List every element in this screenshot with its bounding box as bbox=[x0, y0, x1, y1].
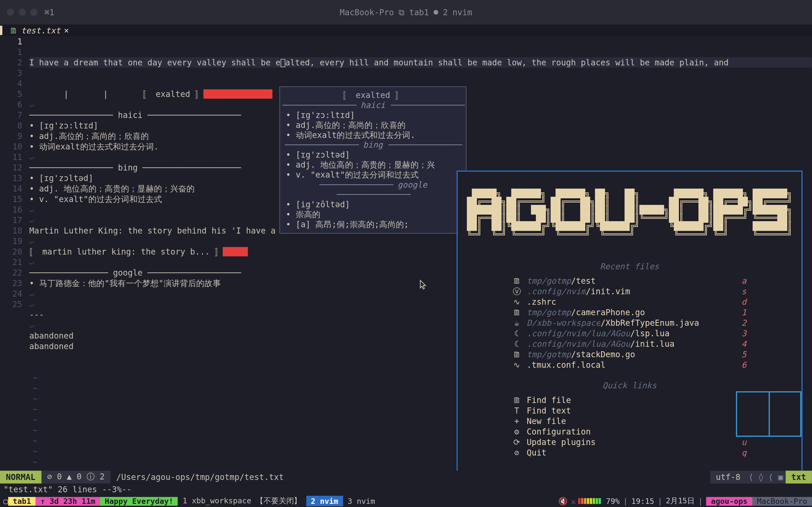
tmux-window[interactable]: 1 xbb_workspace 【不要关闭】 bbox=[178, 496, 306, 506]
action-icon: ⟳ bbox=[513, 437, 521, 447]
tmux-hostname: MacBook-Pro bbox=[752, 497, 812, 505]
file-type-icon: ☾ bbox=[513, 339, 521, 349]
recent-file-item[interactable]: 🗎tmp/gotmp/testa bbox=[513, 276, 747, 286]
file-type-icon: 🗎 bbox=[513, 276, 521, 286]
shortcut-key: 6 bbox=[742, 360, 747, 370]
tmux-user: agou-ops bbox=[706, 497, 752, 505]
recent-files-list: 🗎tmp/gotmp/testaⓥ.config/nvim/init.vims∿… bbox=[513, 276, 747, 370]
tab-label: test.txt bbox=[21, 26, 60, 35]
command-line[interactable]: "test.txt" 26 lines --3%-- bbox=[0, 484, 812, 495]
tmux-prefix-icon: ▢ bbox=[0, 497, 8, 505]
quick-link-item[interactable]: ⟳Update pluginsu bbox=[513, 437, 747, 447]
crossed-swords-icon: ⚔ bbox=[571, 497, 575, 505]
macos-titlebar: ⌘1 MacBook-Pro ⧉ tab1 2 nvim bbox=[0, 0, 812, 24]
popup-entry: • 动词exalt的过去式和过去分词. bbox=[280, 130, 466, 140]
clock-time: 19:15 bbox=[631, 497, 654, 505]
file-icon: 🗎 bbox=[9, 26, 18, 35]
recent-file-item[interactable]: ☾.config/nvim/lua/AGou/lsp.lua3 bbox=[513, 328, 747, 339]
recent-file-item[interactable]: ∿.tmux.conf.local6 bbox=[513, 360, 747, 370]
window-title: MacBook-Pro ⧉ tab1 2 nvim bbox=[340, 7, 472, 17]
mode-indicator: NORMAL bbox=[0, 471, 41, 484]
recent-file-item[interactable]: 🗎tmp/gotmp/stackDemo.go5 bbox=[513, 349, 747, 360]
popup-section-header: haici bbox=[280, 100, 466, 110]
tab-test-txt[interactable]: 🗎 test.txt × bbox=[3, 24, 75, 36]
dictionary-popup: 〚 exalted 〛 haici• [ɪg'zɔ:ltɪd]• adj.高位的… bbox=[280, 87, 466, 233]
recent-file-item[interactable]: ⓥ.config/nvim/init.vims bbox=[513, 286, 747, 296]
recent-files-header: Recent files bbox=[458, 262, 802, 271]
separator-dot-icon bbox=[434, 10, 438, 15]
recent-file-item[interactable]: ☾.config/nvim/lua/AGou/init.lua4 bbox=[513, 339, 747, 349]
close-window-icon[interactable] bbox=[7, 9, 14, 16]
diagnostics-segment: ⊘ 0 ▲ 0 ⓘ 2 bbox=[41, 471, 110, 484]
battery-indicator: 79% bbox=[578, 497, 620, 505]
action-icon: + bbox=[513, 416, 521, 426]
popup-entry: • [ɪg'zɔltəd] bbox=[280, 150, 466, 160]
popup-entry: • [a] 高昂;侗;崇高的;高尚的; bbox=[280, 220, 466, 230]
tmux-session[interactable]: tab1 bbox=[8, 497, 36, 505]
quick-link-item[interactable]: ⚙Configurationc bbox=[513, 426, 747, 437]
file-type-icon: 🗎 bbox=[513, 349, 521, 360]
status-icons: ⟨ ◊ ⟨ ▣ bbox=[746, 471, 785, 484]
shortcut-key: q bbox=[742, 447, 747, 458]
popup-entry: • v. "exalt"的过去分词和过去式 bbox=[280, 170, 466, 180]
tmux-window[interactable]: 3 nvim bbox=[343, 496, 380, 506]
quick-links-header: Quick links bbox=[458, 381, 802, 390]
shortcut-key: 3 bbox=[742, 328, 747, 339]
date: 2月15日 bbox=[666, 496, 695, 506]
shortcut-key: 5 bbox=[742, 349, 747, 360]
statusline: NORMAL ⊘ 0 ▲ 0 ⓘ 2 /Users/agou-ops/tmp/g… bbox=[0, 471, 812, 484]
file-type-icon: ∿ bbox=[513, 296, 521, 307]
zoom-window-icon[interactable] bbox=[31, 9, 38, 16]
line-number-gutter: 1 12345678910111213141516171819202122232… bbox=[0, 36, 26, 309]
buffer-tabbar: 🗎 test.txt × bbox=[0, 24, 812, 36]
file-type-icon: 🗎 bbox=[513, 307, 521, 318]
proc-index: 2 bbox=[443, 8, 448, 17]
popup-entry: • adj. 地位高的；高贵的；显赫的；兴 bbox=[280, 160, 466, 170]
file-type-icon: ∿ bbox=[513, 360, 521, 370]
action-icon: T bbox=[513, 405, 521, 416]
recent-file-item[interactable]: ☕D/xbb-workspace/XbbRefTypeEnum.java2 bbox=[513, 318, 747, 328]
shortcut-key: 1 bbox=[742, 307, 747, 318]
tmux-window[interactable]: 2 nvim bbox=[306, 496, 343, 506]
quick-link-item[interactable]: TFind textF bbox=[513, 405, 747, 416]
recent-file-item[interactable]: 🗎tmp/gotmp/cameraPhone.go1 bbox=[513, 307, 747, 318]
minimap-divider bbox=[769, 392, 770, 436]
popup-title: 〚 exalted 〛 bbox=[280, 91, 466, 101]
popup-section-header: google bbox=[280, 180, 466, 200]
text-cursor bbox=[281, 59, 285, 67]
action-icon: 🗎 bbox=[513, 395, 521, 405]
recent-file-item[interactable]: ∿.zshrcd bbox=[513, 296, 747, 307]
session-name: tab1 bbox=[409, 8, 429, 17]
tmux-statusbar: ▢ tab1 ↑ 3d 23h 11m Happy Everyday! 1 xb… bbox=[0, 495, 812, 507]
tab-active-indicator bbox=[0, 26, 2, 35]
popup-entry: • adj.高位的；高尚的；欣喜的 bbox=[280, 120, 466, 130]
action-icon: ⚙ bbox=[513, 426, 521, 437]
encoding-segment: utf-8 bbox=[710, 471, 746, 484]
tmux-uptime: ↑ 3d 23h 11m bbox=[36, 497, 100, 505]
quick-link-item[interactable]: 🗎Find filef bbox=[513, 395, 747, 405]
proc-name: nvim bbox=[453, 8, 472, 17]
popup-entry: • [ɪg'zɔ:ltɪd] bbox=[280, 110, 466, 120]
file-path: /Users/agou-ops/tmp/gotmp/test.txt bbox=[110, 471, 290, 484]
editor-viewport[interactable]: 1 12345678910111213141516171819202122232… bbox=[0, 36, 812, 471]
traffic-lights[interactable] bbox=[7, 9, 38, 16]
file-type-icon: ☾ bbox=[513, 328, 521, 339]
current-line[interactable]: I have a dream that one day every valley… bbox=[29, 57, 812, 68]
file-type-icon: ⓥ bbox=[513, 286, 521, 296]
session-icon: ⧉ bbox=[399, 7, 404, 17]
quick-link-item[interactable]: ⊘Quitq bbox=[513, 447, 747, 458]
tab-close-icon[interactable]: × bbox=[64, 26, 69, 35]
quick-link-item[interactable]: +New filen bbox=[513, 416, 747, 426]
shortcut-key: d bbox=[742, 296, 747, 307]
window-shortcut: ⌘1 bbox=[44, 8, 54, 17]
shortcut-key: 4 bbox=[742, 339, 747, 349]
minimize-window-icon[interactable] bbox=[19, 9, 26, 16]
mouse-cursor-icon bbox=[420, 280, 427, 290]
tmux-greeting: Happy Everyday! bbox=[100, 497, 178, 505]
ascii-banner: █████╗ ██████╗ ██████╗ ██╗ ██╗ ██████╗ █… bbox=[458, 189, 802, 238]
shortcut-key: s bbox=[742, 286, 747, 296]
filetype-segment: txt bbox=[785, 471, 812, 484]
host-name: MacBook-Pro bbox=[340, 8, 394, 17]
minimap[interactable] bbox=[736, 391, 802, 437]
current-line-number: 1 bbox=[0, 36, 22, 47]
